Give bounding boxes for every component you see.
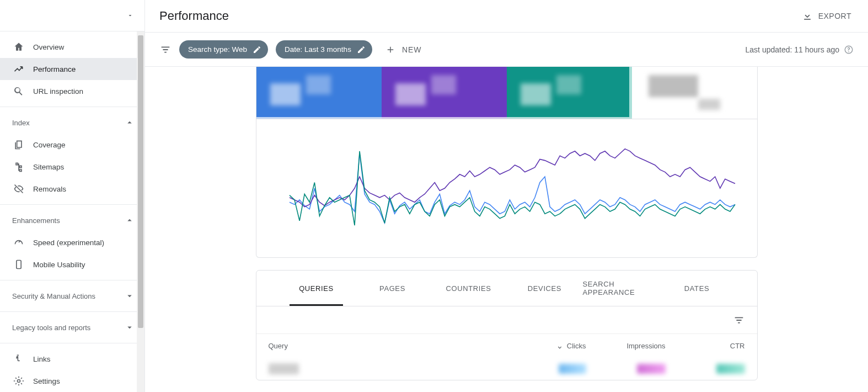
section-header-legacy[interactable]: Legacy tools and reports	[0, 316, 144, 338]
dropdown-caret-icon	[127, 12, 133, 19]
line-chart	[290, 130, 735, 246]
nav-group-security: Security & Manual Actions	[0, 280, 144, 312]
table-filter-icon[interactable]	[733, 314, 745, 326]
redacted-value	[716, 364, 745, 374]
section-header-security[interactable]: Security & Manual Actions	[0, 285, 144, 307]
copy-icon	[12, 139, 25, 150]
nav-group-bottom: Links Settings	[0, 343, 144, 392]
chevron-down-icon	[125, 322, 135, 332]
sidebar-item-label: Removals	[33, 185, 66, 193]
pencil-icon	[357, 45, 366, 54]
sidebar-item-links[interactable]: Links	[0, 348, 144, 370]
sidebar-item-mobile-usability[interactable]: Mobile Usability	[0, 253, 144, 276]
phone-icon	[12, 259, 25, 270]
search-type-chip[interactable]: Search type: Web	[179, 40, 268, 59]
sort-down-icon	[556, 342, 564, 350]
metric-tile-position[interactable]	[632, 67, 757, 119]
section-title: Security & Manual Actions	[12, 292, 95, 300]
sidebar-item-speed[interactable]: Speed (experimental)	[0, 231, 144, 253]
last-updated: Last updated: 11 hours ago	[746, 45, 854, 55]
dimension-tabs: QUERIES PAGES COUNTRIES DEVICES SEARCH A…	[256, 271, 757, 306]
table-header: Query Clicks Impressions CTR	[256, 334, 757, 358]
redacted-query	[269, 363, 299, 374]
sidebar-item-label: Settings	[33, 377, 60, 385]
sidebar-scrollbar[interactable]	[137, 31, 144, 392]
filter-icon[interactable]	[159, 44, 172, 56]
sidebar-item-sitemaps[interactable]: Sitemaps	[0, 156, 144, 178]
section-title: Legacy tools and reports	[12, 324, 90, 332]
tab-dates[interactable]: DATES	[659, 271, 735, 306]
home-icon	[12, 41, 25, 52]
section-title: Enhancements	[12, 216, 60, 225]
tab-queries[interactable]: QUERIES	[278, 271, 355, 306]
nav-group-legacy: Legacy tools and reports	[0, 312, 144, 343]
trend-icon	[12, 63, 25, 75]
section-header-enhancements[interactable]: Enhancements	[0, 209, 144, 231]
svg-rect-0	[17, 261, 21, 269]
download-icon	[802, 10, 813, 22]
sidebar-item-coverage[interactable]: Coverage	[0, 134, 144, 156]
metric-tile-clicks[interactable]	[256, 67, 382, 119]
tab-countries[interactable]: COUNTRIES	[431, 271, 507, 306]
sidebar-item-label: Sitemaps	[33, 163, 64, 171]
chart-area	[256, 119, 757, 257]
pencil-icon	[253, 45, 261, 54]
sidebar-item-label: Speed (experimental)	[33, 239, 104, 247]
gear-icon	[12, 375, 25, 386]
export-label: EXPORT	[818, 12, 851, 20]
performance-table-card: QUERIES PAGES COUNTRIES DEVICES SEARCH A…	[256, 270, 758, 380]
add-filter-label: NEW	[402, 45, 422, 54]
metrics-row	[256, 67, 757, 119]
col-ctr[interactable]: CTR	[666, 342, 745, 350]
gauge-icon	[12, 237, 25, 248]
tab-pages[interactable]: PAGES	[355, 271, 431, 306]
sidebar-item-overview[interactable]: Overview	[0, 36, 144, 58]
sidebar-item-label: Overview	[33, 43, 64, 51]
chevron-up-icon	[125, 118, 135, 128]
sidebar-item-settings[interactable]: Settings	[0, 370, 144, 392]
sidebar-item-label: Links	[33, 355, 51, 363]
property-selector[interactable]	[0, 0, 144, 31]
metric-tile-ctr[interactable]	[507, 67, 632, 119]
svg-point-1	[18, 380, 20, 383]
chip-label: Date: Last 3 months	[285, 45, 351, 54]
sidebar-item-label: Mobile Usability	[33, 261, 85, 269]
redacted-value	[637, 364, 666, 374]
help-icon[interactable]	[844, 45, 854, 55]
sidebar-item-url-inspection[interactable]: URL inspection	[0, 80, 144, 102]
nav-group-index: Index Coverage Sitemaps Removals	[0, 107, 144, 205]
table-row[interactable]	[256, 358, 757, 380]
redacted-value	[559, 364, 586, 374]
sidebar-item-performance[interactable]: Performance	[0, 58, 144, 80]
metric-tile-impressions[interactable]	[382, 67, 507, 119]
tab-devices[interactable]: DEVICES	[507, 271, 583, 306]
col-clicks[interactable]: Clicks	[507, 342, 586, 350]
last-updated-text: Last updated: 11 hours ago	[746, 45, 839, 54]
section-title: Index	[12, 119, 30, 127]
links-icon	[12, 353, 25, 364]
section-header-index[interactable]: Index	[0, 112, 144, 134]
content-area[interactable]: QUERIES PAGES COUNTRIES DEVICES SEARCH A…	[145, 67, 868, 392]
date-chip[interactable]: Date: Last 3 months	[276, 40, 372, 59]
tab-search-appearance[interactable]: SEARCH APPEARANCE	[583, 271, 659, 306]
nav-group-enhancements: Enhancements Speed (experimental) Mobile…	[0, 205, 144, 280]
chip-label: Search type: Web	[188, 45, 247, 54]
chevron-down-icon	[125, 291, 135, 301]
eye-off-icon	[12, 183, 25, 194]
nav-group-top: Overview Performance URL inspection	[0, 31, 144, 107]
export-button[interactable]: EXPORT	[800, 6, 854, 26]
tree-icon	[12, 161, 25, 172]
col-query[interactable]: Query	[269, 342, 507, 350]
search-icon	[12, 86, 25, 97]
main-header: Performance EXPORT	[145, 0, 868, 33]
scrollbar-thumb[interactable]	[138, 35, 143, 328]
sidebar-item-label: URL inspection	[33, 87, 83, 96]
col-impressions[interactable]: Impressions	[586, 342, 666, 350]
sidebar: Overview Performance URL inspection Inde…	[0, 0, 145, 392]
table-filter-row	[256, 306, 757, 334]
plus-icon	[385, 45, 395, 55]
add-filter-button[interactable]: NEW	[385, 45, 422, 55]
main: Performance EXPORT Search type: Web Date…	[145, 0, 868, 392]
sidebar-item-removals[interactable]: Removals	[0, 178, 144, 200]
filter-bar: Search type: Web Date: Last 3 months NEW…	[145, 33, 868, 67]
